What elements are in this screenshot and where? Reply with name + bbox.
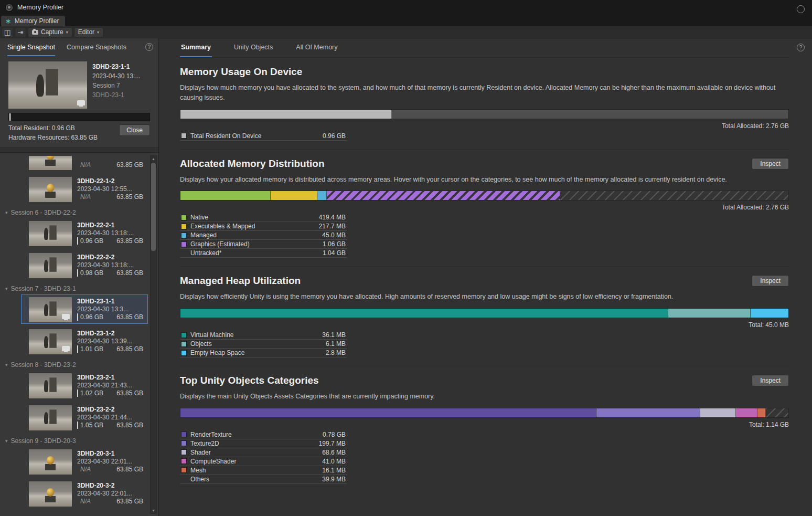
- inspect-button[interactable]: Inspect: [752, 158, 789, 170]
- legend-row: Others39.9 MB: [180, 475, 347, 484]
- tab-summary[interactable]: Summary: [180, 38, 212, 57]
- snapshot-date: 2023-04-30 21:43...: [77, 382, 143, 389]
- resident-value: N/A: [77, 193, 91, 201]
- bar-segment: [668, 309, 751, 318]
- legend-swatch: [181, 341, 187, 347]
- legend-value: 217.7 MB: [319, 223, 346, 230]
- profiler-window-icon: [5, 4, 13, 12]
- panel-divider: [0, 148, 158, 153]
- tab-unity-objects[interactable]: Unity Objects: [233, 38, 274, 57]
- legend-row: Untracked*1.04 GB: [180, 249, 347, 258]
- import-snapshot-icon[interactable]: ⇥: [15, 27, 26, 37]
- sidebar-help-icon[interactable]: ?: [145, 43, 153, 51]
- main-help-icon[interactable]: ?: [797, 44, 805, 51]
- session-header[interactable]: ▾Session 9 - 3DHD-20-3: [0, 435, 148, 447]
- session-header[interactable]: ▾Session 7 - 3DHD-23-1: [0, 282, 148, 294]
- hardware-value: 63.85 GB: [116, 161, 143, 169]
- snapshot-info: 3DHD-23-1-12023-04-30 13:3...0.96 GB63.8…: [77, 297, 144, 321]
- bar-segment: [596, 408, 700, 417]
- legend-swatch: [181, 332, 187, 338]
- capture-button[interactable]: Capture ▾: [28, 27, 72, 37]
- total-label: Total: 45.0 MB: [180, 321, 789, 329]
- snapshot-item[interactable]: 3DHD-23-1-12023-04-30 13:3...0.96 GB63.8…: [21, 294, 148, 324]
- summary-sections: Memory Usage On DeviceDisplays how much …: [159, 57, 812, 516]
- legend-swatch: [181, 133, 187, 139]
- legend-row: Virtual Machine36.1 MB: [180, 331, 347, 340]
- close-button[interactable]: Close: [119, 124, 150, 136]
- snapshot-item[interactable]: 3DHD-22-2-12023-04-30 13:18:...0.96 GB63…: [21, 218, 148, 248]
- legend-value: 1.06 GB: [323, 240, 346, 248]
- snapshot-thumbnail: [29, 449, 72, 475]
- resident-value: N/A: [77, 498, 91, 505]
- list-scrollbar[interactable]: ▲ ▼: [150, 155, 157, 514]
- window-title: Memory Profiler: [17, 4, 63, 11]
- snapshot-item[interactable]: 3DHD-20-3-12023-04-30 22:01...N/A63.85 G…: [21, 447, 148, 476]
- snapshot-item[interactable]: 3DHD-23-1-22023-04-30 13:39...1.01 GB63.…: [21, 327, 148, 356]
- snapshot-info: 3DHD-20-3-12023-04-30 22:01...N/A63.85 G…: [77, 449, 144, 473]
- main-panel: SummaryUnity ObjectsAll Of Memory? Memor…: [158, 38, 812, 516]
- hardware-value: 63.85 GB: [116, 498, 143, 505]
- snapshot-item[interactable]: 3DHD-20-3-22023-04-30 22:01...N/A63.85 G…: [21, 479, 148, 508]
- session-header[interactable]: ▾Session 8 - 3DHD-23-2: [0, 359, 148, 371]
- snapshot-thumbnail: [29, 329, 72, 354]
- legend-row: Executables & Mapped217.7 MB: [180, 222, 347, 231]
- total-label: Total Allocated: 2.76 GB: [180, 122, 789, 130]
- legend-label: Total Resident On Device: [190, 132, 261, 140]
- inspect-button[interactable]: Inspect: [752, 375, 789, 386]
- snapshot-session: Session 7: [92, 82, 140, 89]
- main-tab-bar: SummaryUnity ObjectsAll Of Memory?: [159, 38, 812, 57]
- snapshot-item[interactable]: 3DHD-23-2-12023-04-30 21:43...1.02 GB63.…: [21, 371, 148, 400]
- snapshot-thumbnail: [29, 373, 72, 398]
- hardware-value: 63.85 GB: [116, 237, 143, 245]
- tab-all-of-memory[interactable]: All Of Memory: [295, 38, 338, 57]
- snapshot-info: 3DHD-22-2-22023-04-30 13:18:...0.98 GB63…: [77, 253, 144, 277]
- legend-value: 0.78 GB: [323, 431, 346, 438]
- snapshot-values: 1.01 GB63.85 GB: [77, 345, 143, 353]
- legend: Native419.4 MBExecutables & Mapped217.7 …: [180, 213, 347, 258]
- legend-swatch: [181, 350, 187, 356]
- editor-dropdown-caret: ▾: [97, 30, 99, 35]
- snapshot-date: 2023-04-30 12:55...: [77, 185, 143, 193]
- snapshot-values: N/A63.85 GB: [77, 161, 143, 169]
- legend-label: Managed: [190, 231, 217, 239]
- sidebar-tab-single-snapshot[interactable]: Single Snapshot: [7, 38, 55, 56]
- inspect-button[interactable]: Inspect: [752, 275, 789, 287]
- snapshot-item[interactable]: 3DHD-23-2-22023-04-30 21:44...1.05 GB63.…: [21, 403, 148, 432]
- bar-segment: [766, 408, 788, 417]
- memory-profiler-tab[interactable]: ∗ Memory Profiler: [1, 16, 65, 26]
- sidebar-tab-bar: Single SnapshotCompare Snapshots ?: [0, 38, 158, 56]
- editor-label: Editor: [78, 28, 94, 36]
- scroll-thumb[interactable]: [151, 163, 156, 251]
- scroll-down-arrow[interactable]: ▼: [151, 507, 156, 513]
- scroll-up-arrow[interactable]: ▲: [151, 155, 156, 162]
- snapshot-item[interactable]: 2023-04-30 12:54...N/A63.85 GB: [21, 156, 148, 172]
- editor-dropdown[interactable]: Editor ▾: [74, 27, 103, 37]
- legend-row: ComputeShader41.0 MB: [180, 457, 347, 466]
- legend-value: 16.1 MB: [322, 467, 346, 474]
- sidebar-tab-compare-snapshots[interactable]: Compare Snapshots: [67, 38, 126, 56]
- resident-memory-bar: [8, 113, 150, 121]
- snapshot-values: 0.96 GB63.85 GB: [77, 313, 143, 321]
- resident-value: 1.02 GB: [77, 389, 103, 397]
- panel-toggle-icon[interactable]: ◫: [2, 27, 13, 37]
- legend: Virtual Machine36.1 MBObjects6.1 MBEmpty…: [180, 331, 347, 357]
- section-description: Displays how much memory you have alloca…: [180, 83, 789, 103]
- snapshot-item[interactable]: 3DHD-22-1-22023-04-30 12:55...N/A63.85 G…: [21, 174, 148, 204]
- snapshot-meta: 3DHD-23-1-1 2023-04-30 13:... Session 7 …: [92, 61, 140, 109]
- session-label: Session 9 - 3DHD-20-3: [11, 437, 76, 445]
- legend-swatch: [181, 215, 187, 220]
- capture-dropdown-caret[interactable]: ▾: [66, 30, 68, 35]
- snapshot-info: 3DHD-22-2-12023-04-30 13:18:...0.96 GB63…: [77, 221, 144, 245]
- legend-value: 2.8 MB: [326, 349, 346, 356]
- legend-label: Texture2D: [190, 440, 219, 447]
- bar-segment: [757, 408, 766, 417]
- legend-value: 39.9 MB: [322, 476, 346, 483]
- session-label: Session 7 - 3DHD-23-1: [11, 285, 76, 292]
- snapshot-item[interactable]: 3DHD-22-2-22023-04-30 13:18:...0.98 GB63…: [21, 250, 148, 280]
- session-header[interactable]: ▾Session 6 - 3DHD-22-2: [0, 206, 148, 218]
- section-title: Allocated Memory Distribution: [180, 158, 789, 170]
- snapshot-date: 2023-04-30 13:39...: [77, 338, 143, 345]
- legend-label: Empty Heap Space: [190, 349, 244, 356]
- legend-value: 45.0 MB: [322, 231, 346, 239]
- snapshot-date: 2023-04-30 13:3...: [77, 306, 143, 313]
